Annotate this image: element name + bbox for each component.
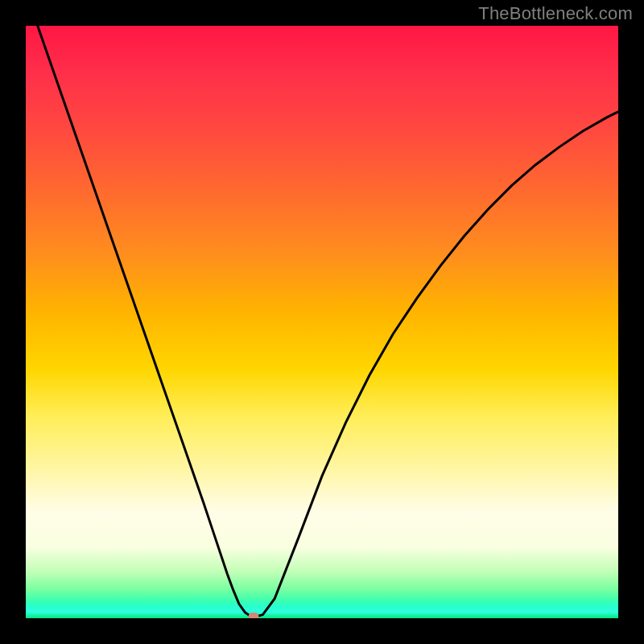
optimum-marker [249,613,259,618]
watermark-text: TheBottleneck.com [478,3,633,24]
plot-area [26,26,618,618]
chart-frame: TheBottleneck.com [0,0,644,644]
bottleneck-curve [26,26,618,618]
